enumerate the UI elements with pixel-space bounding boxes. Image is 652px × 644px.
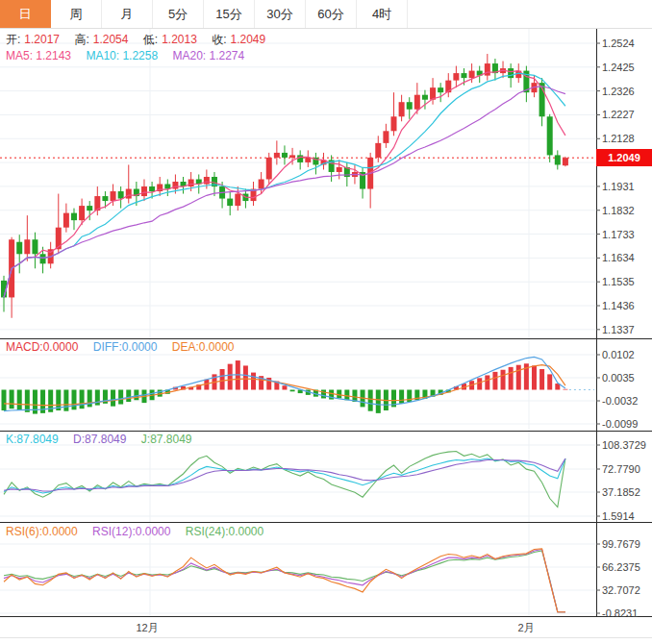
axis-label: 1.1832 — [602, 205, 635, 216]
macd-bar — [485, 375, 489, 389]
candle-body — [63, 213, 69, 228]
macd-bar — [399, 390, 404, 404]
axis-label: 1.1931 — [602, 181, 635, 192]
axis-label: 1.1535 — [602, 276, 635, 287]
candle-body — [204, 177, 210, 185]
candle-body — [453, 73, 459, 81]
rsi24-line — [4, 551, 565, 612]
candle-body — [32, 239, 38, 254]
tab-60min[interactable]: 60分 — [306, 0, 357, 28]
candle-body — [555, 155, 561, 164]
candle-body — [297, 155, 303, 162]
axis-label: 1.1634 — [602, 252, 635, 263]
axis-label: 32.7072 — [602, 584, 640, 596]
timeframe-tabbar: 日 周 月 5分 15分 30分 60分 4时 — [0, 0, 652, 29]
ma20-line — [4, 87, 565, 298]
axis-label: 72.7790 — [602, 463, 640, 475]
candle-body — [282, 153, 288, 158]
axis-label: 0.0035 — [602, 372, 635, 384]
macd-bar — [563, 389, 567, 390]
candle-body — [414, 95, 420, 110]
macd-bar — [10, 390, 14, 409]
candle-body — [79, 206, 85, 220]
d-line — [4, 458, 565, 491]
candle-body — [289, 155, 295, 158]
macd-bar — [71, 390, 76, 410]
macd-bar — [220, 369, 225, 389]
candle-body — [111, 191, 116, 201]
candle-body — [102, 196, 108, 201]
macd-bar — [63, 390, 68, 411]
candle-body — [547, 116, 553, 155]
axis-label: 1.2326 — [602, 86, 635, 97]
macd-bar — [368, 390, 373, 411]
x-axis-label: 2月 — [517, 622, 534, 633]
chart-area[interactable]: 1.25241.24251.23261.22271.21281.20291.19… — [0, 29, 652, 644]
candle-body — [188, 179, 194, 186]
candle-body — [16, 242, 22, 255]
candle-body — [461, 73, 466, 78]
axis-label: 66.2375 — [602, 561, 640, 573]
macd-bar — [282, 385, 287, 389]
macd-bar — [290, 390, 295, 392]
macd-bar — [228, 364, 233, 390]
tab-4hour[interactable]: 4时 — [357, 0, 408, 28]
macd-bar — [88, 390, 92, 408]
candle-body — [259, 179, 264, 188]
candle-body — [235, 194, 240, 207]
axis-label: -0.0099 — [602, 418, 638, 430]
macd-bar — [80, 390, 85, 409]
candle-body — [563, 158, 568, 165]
macd-bar — [126, 390, 131, 403]
macd-bar — [547, 374, 552, 389]
k-line — [4, 458, 565, 493]
candle-body — [126, 189, 132, 199]
macd-bar — [516, 365, 521, 390]
macd-bar — [118, 390, 123, 405]
axis-label: 1.2524 — [602, 37, 635, 49]
tab-30min[interactable]: 30分 — [255, 0, 306, 28]
axis-label: 0.0102 — [602, 349, 635, 360]
tab-15min[interactable]: 15分 — [204, 0, 255, 28]
tab-day[interactable]: 日 — [0, 0, 51, 28]
candle-body — [266, 158, 272, 180]
axis-label: -0.0032 — [602, 395, 638, 407]
candle-body — [274, 153, 280, 158]
candle-body — [71, 213, 77, 221]
macd-bar — [376, 390, 381, 413]
macd-bar — [492, 372, 497, 390]
candle-body — [337, 167, 342, 172]
axis-label: 37.1852 — [602, 486, 640, 498]
macd-bar — [134, 390, 138, 401]
macd-bar — [25, 390, 30, 412]
axis-label: 1.1436 — [602, 300, 635, 311]
trading-chart-app: 日 周 月 5分 15分 30分 60分 4时 1.25241.24251.23… — [0, 0, 652, 644]
macd-bar — [111, 390, 115, 407]
tab-5min[interactable]: 5分 — [153, 0, 204, 28]
candle-body — [24, 239, 30, 254]
candle-body — [87, 206, 92, 211]
macd-bar — [509, 367, 514, 390]
candle-body — [40, 254, 46, 263]
chart-canvas: 1.25241.24251.23261.22271.21281.20291.19… — [0, 29, 652, 644]
macd-bar — [532, 365, 537, 389]
macd-bar — [539, 369, 544, 389]
candle-body — [227, 199, 233, 207]
axis-label: 1.1337 — [602, 324, 635, 335]
candle-body — [383, 131, 389, 143]
axis-label: 1.1733 — [602, 229, 635, 240]
tab-week[interactable]: 周 — [51, 0, 102, 28]
candle-body — [469, 71, 475, 79]
axis-label: 1.2128 — [602, 133, 635, 144]
candle-body — [391, 116, 397, 131]
axis-label: 1.5914 — [602, 510, 635, 522]
macd-bar — [477, 378, 482, 389]
axis-label: 1.2227 — [602, 109, 635, 120]
tab-month[interactable]: 月 — [102, 0, 153, 28]
candle-body — [118, 191, 124, 199]
ma10-line — [4, 73, 565, 297]
candle-body — [422, 95, 428, 100]
axis-label: 108.3729 — [602, 439, 646, 451]
macd-bar — [2, 390, 7, 410]
candle-body — [508, 68, 514, 78]
